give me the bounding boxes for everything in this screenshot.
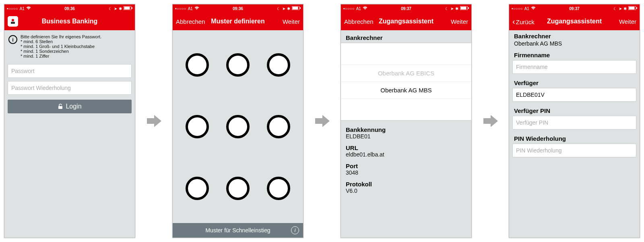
back-button[interactable]: ‹ Zurück	[512, 17, 535, 26]
picker-row-blank	[341, 43, 471, 65]
protokoll-value: V6.0	[346, 188, 466, 194]
url-value: eldbe01.elba.at	[346, 151, 466, 158]
bluetooth-icon: ✱	[455, 6, 458, 11]
signal-dots-icon: •○○○○	[512, 6, 523, 11]
wifi-icon	[194, 6, 199, 11]
svg-rect-1	[124, 7, 130, 10]
nav-title: Muster definieren	[208, 18, 268, 25]
battery-icon	[292, 6, 301, 11]
moon-icon: ☾	[277, 6, 281, 11]
pin-repeat-input[interactable]: PIN Wiederholung	[512, 144, 636, 157]
svg-rect-15	[636, 7, 637, 9]
picker-row-blank	[341, 98, 471, 120]
carrier-label: A1	[188, 6, 193, 11]
svg-rect-6	[58, 106, 62, 109]
next-button[interactable]: Weiter	[451, 18, 468, 25]
pattern-dot[interactable]	[226, 53, 250, 77]
bank-picker[interactable]: Oberbank AG EBICS Oberbank AG MBS	[341, 43, 471, 121]
password-input[interactable]: Passwort	[8, 64, 132, 78]
pattern-dot[interactable]	[267, 115, 290, 138]
next-button[interactable]: Weiter	[283, 18, 300, 25]
flow-arrow-icon	[145, 113, 162, 129]
battery-icon	[628, 6, 637, 11]
password-rules: i Bitte definieren Sie Ihr eigenes Passw…	[4, 30, 135, 63]
status-time: 09:36	[233, 6, 243, 11]
cancel-button[interactable]: Abbrechen	[176, 18, 205, 25]
bankkennung: Bankkennung ELDBE01	[341, 124, 471, 142]
nav-bar: Business Banking	[4, 13, 135, 30]
bank-label: Bankrechner	[509, 30, 640, 40]
port-label: Port	[346, 163, 466, 169]
signal-dots-icon: •○○○○	[343, 6, 355, 11]
pattern-dot[interactable]	[186, 53, 209, 77]
port-value: 3048	[346, 169, 466, 176]
bank-value: Oberbank AG MBS	[509, 40, 640, 49]
flow-arrow-icon	[314, 113, 330, 129]
nav-bar: Abbrechen Muster definieren Weiter	[173, 13, 303, 30]
bankkennung-label: Bankkennung	[346, 126, 466, 133]
app-icon	[8, 16, 18, 27]
back-label: Zurück	[516, 19, 535, 25]
firmenname-label: Firmenname	[509, 49, 640, 59]
url: URL eldbe01.elba.at	[341, 142, 471, 160]
pattern-dot[interactable]	[186, 115, 209, 138]
nav-title: Business Banking	[20, 18, 120, 25]
login-label: Login	[66, 103, 81, 110]
location-icon: ➤	[114, 6, 117, 11]
moon-icon: ☾	[445, 6, 449, 11]
carrier-label: A1	[20, 6, 25, 11]
status-bar: •○○○○ A1 09:36 ☾ ➤ ✱	[4, 4, 135, 13]
cancel-button[interactable]: Abbrechen	[344, 18, 374, 25]
bank-label: Bankrechner	[341, 30, 471, 43]
screen-4-credentials: •○○○○ A1 09:37 ☾ ➤ ✱ ‹ Zurück Zugangsass…	[509, 4, 640, 238]
svg-rect-11	[461, 7, 466, 10]
screen-3-bank-select: •○○○○ A1 09:37 ☾ ➤ ✱ Abbrechen Zugangsas…	[341, 4, 472, 238]
login-button[interactable]: Login	[8, 100, 132, 113]
pin-repeat-label: PIN Wiederholung	[509, 133, 640, 143]
password-repeat-input[interactable]: Passwort Wiederholung	[8, 81, 132, 95]
footer-bar: Muster für Schnelleinstieg i	[173, 223, 303, 238]
location-icon: ➤	[282, 6, 285, 11]
wifi-icon	[363, 6, 367, 11]
footer-label: Muster für Schnelleinstieg	[205, 227, 270, 234]
pattern-dot[interactable]	[267, 177, 290, 200]
protokoll: Protokoll V6.0	[341, 178, 471, 196]
status-time: 09:37	[401, 6, 411, 11]
next-button[interactable]: Weiter	[619, 18, 636, 25]
svg-rect-5	[11, 22, 15, 24]
chevron-left-icon: ‹	[512, 17, 515, 26]
wifi-icon	[26, 6, 31, 11]
unlock-icon	[58, 104, 63, 109]
battery-icon	[124, 6, 132, 11]
password-rules-text: Bitte definieren Sie Ihr eigenes Passwor…	[21, 34, 101, 58]
carrier-label: A1	[356, 6, 361, 11]
status-bar: •○○○○ A1 09:36 ☾ ➤ ✱	[173, 4, 303, 13]
pattern-dot[interactable]	[226, 177, 250, 200]
url-label: URL	[346, 144, 466, 151]
picker-row-selected[interactable]: Oberbank AG MBS	[341, 81, 471, 98]
status-time: 09:37	[569, 6, 580, 11]
pattern-grid[interactable]	[173, 30, 303, 223]
nav-bar: Abbrechen Zugangsassistent Weiter	[341, 13, 471, 30]
nav-title: Zugangsassistent	[545, 18, 604, 25]
status-time: 09:36	[64, 6, 75, 11]
port: Port 3048	[341, 160, 471, 178]
svg-point-4	[12, 19, 14, 21]
svg-rect-8	[293, 7, 298, 10]
wifi-icon	[531, 6, 536, 11]
status-bar: •○○○○ A1 09:37 ☾ ➤ ✱	[341, 4, 471, 13]
pattern-dot[interactable]	[267, 53, 290, 77]
pin-input[interactable]: Verfüger PIN	[512, 116, 636, 129]
verfueger-label: Verfüger	[509, 77, 640, 87]
bluetooth-icon: ✱	[287, 6, 290, 11]
nav-title: Zugangsassistent	[376, 18, 436, 25]
pattern-dot[interactable]	[226, 115, 250, 138]
bluetooth-icon: ✱	[623, 6, 627, 11]
location-icon: ➤	[619, 6, 622, 11]
info-icon[interactable]: i	[291, 226, 299, 234]
verfueger-input[interactable]: ELDBE01V	[512, 88, 636, 102]
firmenname-input[interactable]: Firmenname	[512, 60, 636, 74]
svg-rect-9	[300, 7, 301, 9]
picker-row[interactable]: Oberbank AG EBICS	[341, 65, 471, 81]
pattern-dot[interactable]	[186, 177, 209, 200]
